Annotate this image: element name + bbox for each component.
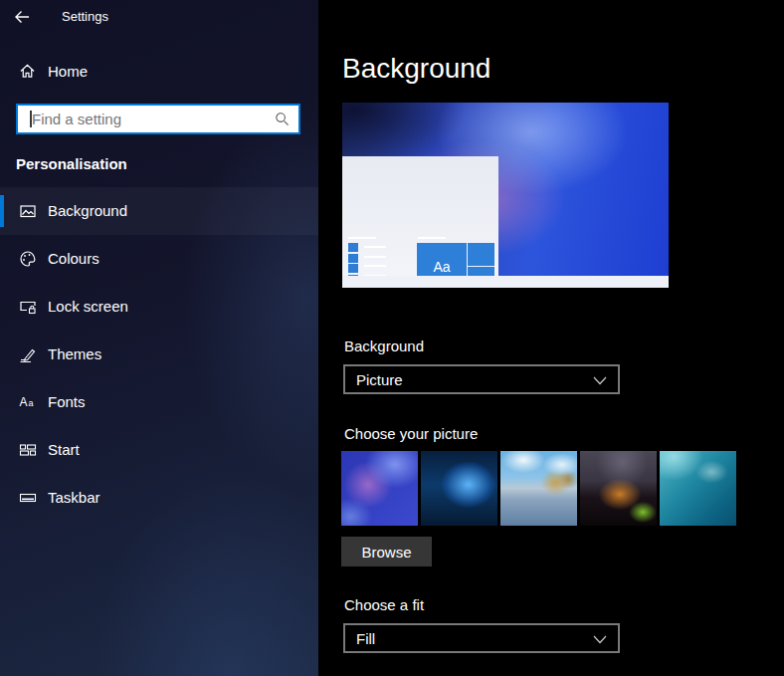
- page-title: Background: [342, 53, 490, 85]
- lock-screen-icon: [19, 298, 37, 316]
- sidebar-item-label: Home: [48, 63, 88, 80]
- sidebar-item-themes[interactable]: Themes: [0, 331, 318, 378]
- browse-button[interactable]: Browse: [341, 537, 432, 566]
- selected-accent-bar: [0, 195, 4, 227]
- sidebar-item-background[interactable]: Background: [0, 187, 318, 235]
- sidebar-item-fonts[interactable]: A a Fonts: [0, 378, 318, 426]
- desktop-preview: Aa: [342, 103, 669, 288]
- svg-text:A: A: [20, 395, 28, 409]
- dropdown-value: Picture: [356, 371, 403, 388]
- preview-taskbar: [342, 276, 669, 288]
- themes-pen-icon: [19, 345, 37, 363]
- sidebar-item-label: Colours: [48, 250, 99, 267]
- sidebar-item-label: Background: [48, 202, 127, 219]
- choose-fit-label: Choose a fit: [344, 596, 424, 613]
- chevron-down-icon: [593, 635, 607, 644]
- section-header-personalisation: Personalisation: [16, 155, 127, 172]
- thumbnail-blue-purple-gradient[interactable]: [341, 451, 418, 526]
- start-tiles-icon: [19, 441, 37, 459]
- fonts-aa-icon: A a: [19, 393, 37, 411]
- background-type-dropdown[interactable]: Picture: [343, 364, 620, 394]
- choose-picture-label: Choose your picture: [344, 425, 478, 442]
- search-icon: [275, 112, 290, 126]
- settings-sidebar: Settings Home Personalisation: [0, 0, 318, 676]
- svg-text:a: a: [29, 398, 34, 408]
- thumbnail-beach-rocks[interactable]: [500, 451, 577, 526]
- text-caret: [30, 111, 32, 127]
- back-button[interactable]: [13, 8, 31, 26]
- sidebar-nav: Background Colours Lock s: [0, 187, 318, 522]
- taskbar-icon: [19, 489, 37, 507]
- preview-start-menu: Aa: [342, 156, 498, 276]
- sidebar-item-home[interactable]: Home: [0, 58, 318, 88]
- chevron-down-icon: [593, 376, 607, 385]
- sidebar-item-label: Fonts: [48, 393, 86, 410]
- search-box[interactable]: [16, 104, 300, 134]
- background-type-label: Background: [344, 338, 424, 354]
- thumbnail-night-sky-tent[interactable]: [580, 451, 657, 526]
- sidebar-item-taskbar[interactable]: Taskbar: [0, 474, 318, 522]
- picture-thumbnails: [341, 451, 736, 526]
- thumbnail-underwater-swimmer[interactable]: [660, 451, 736, 526]
- sidebar-item-lock-screen[interactable]: Lock screen: [0, 283, 318, 331]
- sidebar-item-start[interactable]: Start: [0, 426, 318, 474]
- sidebar-item-label: Taskbar: [48, 489, 100, 506]
- search-input[interactable]: [18, 106, 298, 132]
- sidebar-item-label: Themes: [48, 345, 101, 362]
- sidebar-item-colours[interactable]: Colours: [0, 235, 318, 283]
- choose-fit-dropdown[interactable]: Fill: [343, 623, 620, 653]
- dropdown-value: Fill: [356, 630, 375, 647]
- background-image-icon: [19, 202, 37, 220]
- window-title: Settings: [62, 9, 108, 24]
- background-settings-page: Background Aa Background Picture: [318, 0, 784, 676]
- sidebar-item-label: Start: [48, 441, 80, 458]
- home-icon: [19, 63, 36, 80]
- thumbnail-windows-10-hero[interactable]: [421, 451, 497, 526]
- palette-icon: [19, 250, 37, 268]
- sidebar-item-label: Lock screen: [48, 298, 128, 315]
